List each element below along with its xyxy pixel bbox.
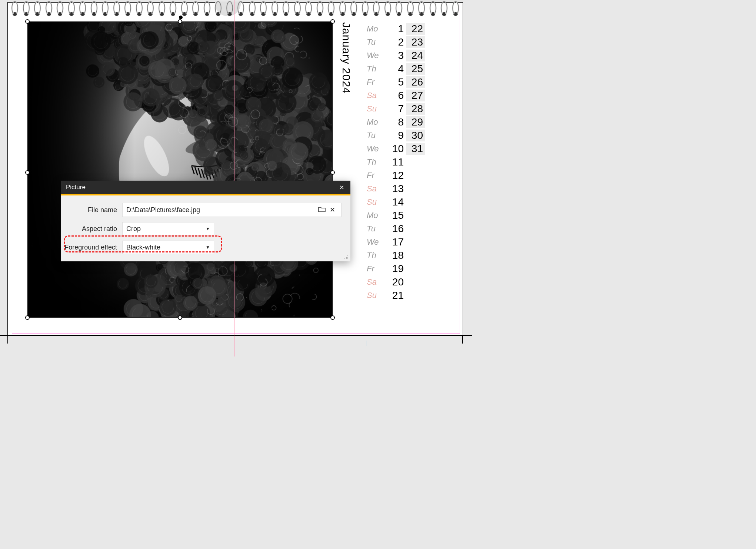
calendar-day-col1: 5 <box>387 76 406 88</box>
crop-mark <box>462 335 472 336</box>
calendar-dow: Th <box>367 64 387 74</box>
crop-mark <box>7 335 463 336</box>
calendar-day-col1: 15 <box>387 210 406 221</box>
photo-canvas[interactable] <box>28 22 332 317</box>
foreground-effect-select[interactable]: Black-white ▼ <box>122 241 214 254</box>
spiral-ring <box>124 1 131 16</box>
spiral-ring <box>34 1 41 16</box>
rotation-handle[interactable] <box>179 16 183 19</box>
selection-handle-n[interactable] <box>178 19 182 24</box>
selection-handle-ne[interactable] <box>330 19 335 24</box>
calendar-day-col1: 4 <box>387 63 406 75</box>
calendar-row: Mo829 <box>367 116 442 129</box>
calendar-row: Tu930 <box>367 129 442 142</box>
spiral-ring <box>260 1 267 16</box>
calendar-dow: We <box>367 237 387 247</box>
dialog-titlebar[interactable]: Picture ✕ <box>61 181 350 194</box>
calendar-dow: Su <box>367 291 387 300</box>
foreground-effect-value: Black-white <box>126 244 160 251</box>
calendar-row: Sa627 <box>367 89 442 102</box>
svg-point-41 <box>346 257 347 258</box>
calendar-dow: Tu <box>367 131 387 140</box>
calendar-row: We17 <box>367 235 442 249</box>
selection-handle-e[interactable] <box>330 170 335 175</box>
calendar-row: Th425 <box>367 62 442 76</box>
calendar-day-col1: 20 <box>387 276 406 288</box>
calendar-day-col2: 31 <box>406 143 425 155</box>
selection-handle-se[interactable] <box>330 315 335 320</box>
calendar-day-col1: 18 <box>387 250 406 261</box>
spiral-ring <box>147 1 154 16</box>
chevron-down-icon: ▼ <box>206 245 210 250</box>
spiral-ring <box>350 1 357 16</box>
spiral-ring <box>56 1 64 16</box>
calendar-row: Fr526 <box>367 76 442 89</box>
calendar-day-col1: 14 <box>387 196 406 208</box>
calendar-row: Tu16 <box>367 222 442 235</box>
spiral-ring <box>23 1 30 16</box>
calendar-dow: Fr <box>367 264 387 274</box>
calendar-row: Th11 <box>367 155 442 169</box>
spiral-ring <box>214 1 222 16</box>
calendar-dow: Mo <box>367 24 387 34</box>
svg-point-40 <box>347 255 348 256</box>
calendar-row: Fr19 <box>367 262 442 275</box>
spiral-ring <box>418 1 425 16</box>
calendar-day-col1: 6 <box>387 90 406 101</box>
spiral-ring <box>395 1 403 16</box>
calendar-dow: Sa <box>367 277 387 287</box>
spiral-ring <box>45 1 53 16</box>
calendar-row: Su21 <box>367 289 442 302</box>
calendar-dow: Mo <box>367 211 387 220</box>
month-label: January 2024 <box>340 22 353 94</box>
calendar-day-col1: 17 <box>387 236 406 248</box>
picture-dialog[interactable]: Picture ✕ File name D:\Data\Pictures\fac… <box>61 181 350 261</box>
spiral-ring <box>203 1 211 16</box>
selection-handle-s[interactable] <box>178 315 182 320</box>
calendar-row: Th18 <box>367 249 442 262</box>
clear-file-icon[interactable]: ✕ <box>327 206 337 214</box>
crop-mark <box>7 336 8 344</box>
dialog-close-button[interactable]: ✕ <box>338 184 345 191</box>
spiral-binding: // Will be generated below by rings loop… <box>11 1 459 18</box>
aspect-ratio-select[interactable]: Crop ▼ <box>122 222 214 235</box>
spiral-ring <box>249 1 256 16</box>
spiral-ring <box>90 1 98 16</box>
selection-handle-sw[interactable] <box>25 315 30 320</box>
calendar-dow: Th <box>367 251 387 260</box>
calendar-row: Sa20 <box>367 275 442 289</box>
calendar-day-col2: 25 <box>406 63 425 75</box>
spiral-ring <box>339 1 346 16</box>
folder-browse-icon[interactable] <box>317 206 327 214</box>
calendar-day-col1: 10 <box>387 143 406 155</box>
file-name-input[interactable]: D:\Data\Pictures\face.jpg ✕ <box>122 203 342 217</box>
image-frame[interactable] <box>27 21 333 318</box>
calendar-row: Tu223 <box>367 36 442 49</box>
calendar-dow: Fr <box>367 171 387 180</box>
spiral-ring <box>169 1 177 16</box>
ruler-tick <box>366 341 366 346</box>
calendar-dow: Sa <box>367 184 387 194</box>
calendar-day-col1: 2 <box>387 36 406 48</box>
calendar-dow: Su <box>367 104 387 114</box>
svg-point-42 <box>347 257 348 258</box>
calendar-day-col1: 3 <box>387 50 406 61</box>
selection-handle-nw[interactable] <box>25 19 30 24</box>
resize-grip-icon[interactable] <box>344 255 349 260</box>
selection-handle-w[interactable] <box>25 170 30 175</box>
spiral-ring <box>327 1 335 16</box>
calendar-day-col1: 8 <box>387 116 406 128</box>
calendar-row: Mo122 <box>367 22 442 36</box>
calendar-dow: We <box>367 51 387 60</box>
spiral-ring <box>305 1 312 16</box>
svg-point-45 <box>347 258 348 259</box>
calendar-day-col1: 19 <box>387 263 406 275</box>
dialog-body: File name D:\Data\Pictures\face.jpg ✕ As… <box>61 195 350 261</box>
calendar-day-col2: 24 <box>406 50 425 61</box>
calendar-row: Su14 <box>367 195 442 209</box>
svg-point-44 <box>346 258 347 259</box>
calendar-day-col2: 23 <box>406 36 425 48</box>
spiral-ring <box>237 1 244 16</box>
spiral-ring <box>282 1 290 16</box>
dialog-title-text: Picture <box>66 184 86 191</box>
